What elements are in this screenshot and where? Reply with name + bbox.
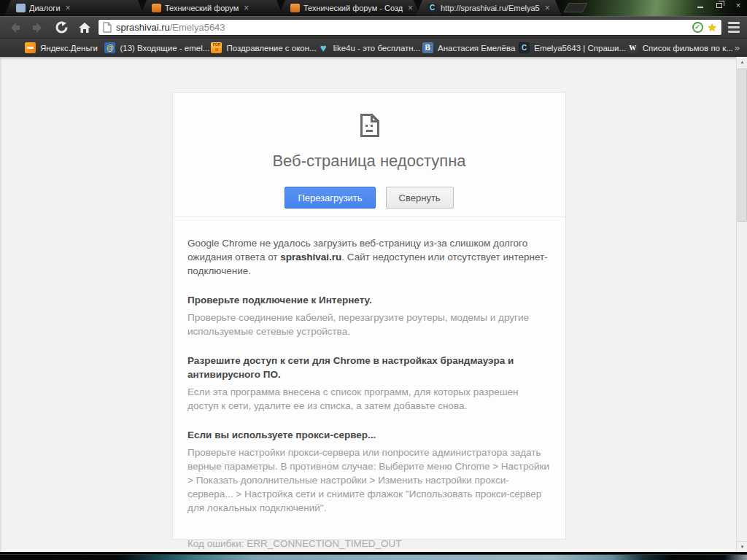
- mail-icon: @: [104, 42, 115, 53]
- navigation-toolbar: sprashivai.ru/Emelya5643 ✓ ★: [0, 16, 747, 38]
- tab-dialogs[interactable]: Диалоги ×: [4, 0, 144, 16]
- section-heading: Если вы используете прокси-сервер...: [187, 428, 551, 442]
- tab-close-icon[interactable]: ×: [64, 4, 72, 12]
- heart-icon: ♥: [318, 42, 329, 53]
- browser-window: × Диалоги × Технический форум × Техничес…: [0, 0, 747, 560]
- url-host: sprashivai.ru: [116, 22, 170, 33]
- tab-bar: × Диалоги × Технический форум × Техничес…: [0, 0, 747, 16]
- address-bar[interactable]: sprashivai.ru/Emelya5643 ✓ ★: [98, 19, 722, 36]
- tab-close-icon[interactable]: ×: [406, 4, 414, 12]
- sprashivai-favicon: C: [427, 4, 437, 12]
- restore-icon: [716, 3, 722, 8]
- vk-icon: В: [422, 42, 433, 53]
- error-host: sprashivai.ru: [280, 252, 341, 262]
- forum-icon: [290, 4, 300, 12]
- bookmarks-bar: Яндекс.Деньги @ (13) Входящие - emel... …: [0, 38, 747, 57]
- error-section-proxy: Если вы используете прокси-сервер... Про…: [187, 428, 551, 515]
- forward-arrow-icon: [31, 22, 44, 34]
- error-buttons: Перезагрузить Свернуть: [173, 187, 565, 209]
- bookmark-yandex-money[interactable]: Яндекс.Деньги: [25, 42, 85, 53]
- bookmark-vk-profile[interactable]: В Анастасия Емелёва: [422, 42, 500, 53]
- for-u-icon: FOR U: [211, 42, 222, 53]
- bookmarks-overflow-chevron[interactable]: »: [735, 42, 740, 53]
- bookmark-star-icon[interactable]: ★: [708, 22, 717, 33]
- home-icon: [78, 22, 91, 34]
- error-card-header: Веб-страница недоступна Перезагрузить Св…: [173, 93, 565, 217]
- new-tab-button[interactable]: [564, 3, 588, 12]
- section-body: Если эта программа внесена с список прог…: [187, 385, 551, 413]
- back-button[interactable]: [4, 19, 25, 36]
- url-text[interactable]: sprashivai.ru/Emelya5643: [116, 22, 688, 33]
- restore-button[interactable]: [713, 1, 725, 10]
- tab-title: Технический форум - Созда: [303, 4, 403, 12]
- forward-button[interactable]: [28, 19, 48, 36]
- error-title: Веб-страница недоступна: [173, 152, 565, 171]
- bookmark-sprashivai[interactable]: C Emelya5643 | Спраши...: [519, 42, 608, 53]
- vertical-scrollbar[interactable]: ▲ ▼: [736, 57, 747, 552]
- tab-title: Диалоги: [29, 4, 61, 12]
- collapse-button[interactable]: Свернуть: [386, 187, 454, 209]
- menu-icon: [728, 22, 740, 24]
- forum-icon: [152, 4, 161, 12]
- tab-close-icon[interactable]: ×: [242, 4, 250, 12]
- page-icon: [103, 22, 112, 33]
- section-heading: Проверьте подключение к Интернету.: [187, 293, 551, 307]
- chat-bubble-icon: [16, 4, 26, 12]
- minimize-button[interactable]: [694, 1, 706, 10]
- error-code: Код ошибки: ERR_CONNECTION_TIMED_OUT: [187, 537, 551, 551]
- tab-strip: Диалоги × Технический форум × Технически…: [4, 0, 585, 16]
- scrollbar-thumb[interactable]: [738, 69, 747, 222]
- page-viewport: Веб-страница недоступна Перезагрузить Св…: [0, 57, 747, 552]
- tab-sprashivai-active[interactable]: C http://sprashivai.ru/Emelya5 ×: [416, 0, 562, 16]
- tab-tech-forum[interactable]: Технический форум ×: [140, 0, 283, 16]
- error-card: Веб-страница недоступна Перезагрузить Св…: [172, 92, 566, 540]
- reload-icon: [55, 21, 68, 34]
- section-heading: Разрешите доступ к сети для Chrome в нас…: [187, 354, 551, 381]
- sad-page-icon: [360, 113, 379, 137]
- bookmark-greeting[interactable]: FOR U Поздравление с окон...: [211, 42, 298, 53]
- bookmark-wikipedia[interactable]: W Список фильмов по к...: [627, 42, 716, 53]
- error-section-internet: Проверьте подключение к Интернету. Прове…: [187, 293, 551, 338]
- yandex-money-icon: [25, 42, 36, 53]
- error-section-firewall: Разрешите доступ к сети для Chrome в нас…: [187, 354, 551, 413]
- window-controls: ×: [694, 1, 744, 10]
- section-body: Проверьте соединение кабелей, перезагруз…: [187, 311, 551, 338]
- home-button[interactable]: [74, 19, 95, 36]
- tab-title: http://sprashivai.ru/Emelya5: [441, 4, 540, 12]
- chrome-menu-button[interactable]: [725, 19, 743, 36]
- scroll-up-button[interactable]: ▲: [737, 57, 747, 68]
- tab-close-icon[interactable]: ×: [543, 4, 551, 12]
- bookmark-inbox[interactable]: @ (13) Входящие - emel...: [104, 42, 192, 53]
- sprashivai-icon: C: [519, 42, 530, 53]
- close-window-button[interactable]: ×: [732, 1, 744, 10]
- scroll-down-button[interactable]: ▼: [737, 541, 747, 552]
- reload-page-button[interactable]: Перезагрузить: [285, 187, 375, 209]
- page-status-check-icon[interactable]: ✓: [692, 22, 703, 33]
- error-card-body: Google Chrome не удалось загрузить веб-с…: [173, 217, 565, 551]
- tab-title: Технический форум: [165, 4, 239, 12]
- error-intro: Google Chrome не удалось загрузить веб-с…: [187, 236, 551, 278]
- bookmark-like4u[interactable]: ♥ like4u - это бесплатн...: [318, 42, 403, 53]
- wikipedia-icon: W: [627, 42, 638, 53]
- reload-button[interactable]: [51, 19, 71, 36]
- back-arrow-icon: [8, 22, 21, 34]
- minimize-icon: [697, 7, 703, 8]
- section-body: Проверьте настройки прокси-сервера или п…: [187, 446, 551, 515]
- taskbar-strip: [0, 554, 747, 560]
- tab-tech-forum-create[interactable]: Технический форум - Созда ×: [279, 0, 420, 16]
- url-path: /Emelya5643: [170, 22, 225, 33]
